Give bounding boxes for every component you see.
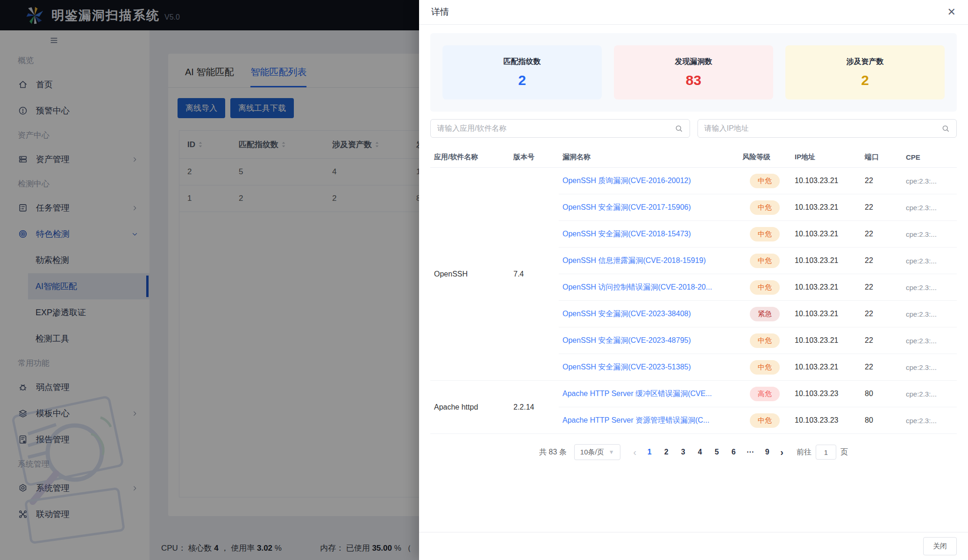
risk-badge: 紧急 <box>750 307 780 321</box>
page-number[interactable]: 6 <box>726 445 741 460</box>
page-number[interactable]: 4 <box>692 445 707 460</box>
ip-cell: 10.103.23.21 <box>791 248 861 274</box>
drawer-footer: 关闭 <box>419 532 968 560</box>
risk-cell: 高危 <box>739 381 791 407</box>
chevron-down-icon: ▼ <box>609 449 614 455</box>
risk-cell: 中危 <box>739 194 791 221</box>
stat-label: 匹配指纹数 <box>442 57 602 67</box>
detail-drawer: 详情 ✕ 匹配指纹数2发现漏洞数83涉及资产数2 应用/软件名称版本号漏洞名称风… <box>419 0 968 560</box>
vulnerability-link[interactable]: OpenSSH 安全漏洞(CVE-2018-15473) <box>562 230 691 238</box>
stats-panel: 匹配指纹数2发现漏洞数83涉及资产数2 <box>430 33 957 112</box>
table-row: Apache httpd2.2.14Apache HTTP Server 缓冲区… <box>430 381 957 407</box>
total-count: 共 83 条 <box>539 447 567 457</box>
ip-cell: 10.103.23.23 <box>791 407 861 434</box>
vulnerability-link[interactable]: OpenSSH 安全漏洞(CVE-2023-51385) <box>562 363 691 371</box>
cpe-cell: cpe:2.3:... <box>902 221 957 248</box>
vuln-name-cell: OpenSSH 安全漏洞(CVE-2017-15906) <box>559 194 739 221</box>
vuln-name-cell: Apache HTTP Server 缓冲区错误漏洞(CVE... <box>559 381 739 407</box>
drawer-header: 详情 ✕ <box>419 0 968 25</box>
version-cell: 7.4 <box>510 168 559 381</box>
vulnerability-link[interactable]: OpenSSH 访问控制错误漏洞(CVE-2018-20... <box>562 283 712 291</box>
risk-cell: 中危 <box>739 248 791 274</box>
column-header: 版本号 <box>510 147 559 168</box>
close-button[interactable]: 关闭 <box>923 537 957 555</box>
risk-cell: 紧急 <box>739 301 791 327</box>
search-icon[interactable] <box>675 124 683 133</box>
column-header: 漏洞名称 <box>559 147 739 168</box>
page-number[interactable]: ··· <box>743 445 758 460</box>
risk-cell: 中危 <box>739 274 791 301</box>
port-cell: 22 <box>861 168 902 194</box>
ip-cell: 10.103.23.23 <box>791 381 861 407</box>
prev-page-button[interactable]: ‹ <box>629 447 641 458</box>
app-name-search-input[interactable] <box>437 124 675 133</box>
table-row: OpenSSH7.4OpenSSH 质询漏洞(CVE-2016-20012)中危… <box>430 168 957 194</box>
page-number[interactable]: 1 <box>642 445 657 460</box>
vulnerability-link[interactable]: OpenSSH 安全漏洞(CVE-2017-15906) <box>562 203 691 211</box>
risk-badge: 中危 <box>750 200 780 215</box>
modal-backdrop[interactable] <box>0 0 419 560</box>
risk-badge: 中危 <box>750 280 780 295</box>
port-cell: 22 <box>861 274 902 301</box>
column-header: 风险等级 <box>739 147 791 168</box>
ip-cell: 10.103.23.21 <box>791 301 861 327</box>
vuln-name-cell: OpenSSH 安全漏洞(CVE-2023-51385) <box>559 354 739 381</box>
risk-cell: 中危 <box>739 168 791 194</box>
column-header: IP地址 <box>791 147 861 168</box>
cpe-cell: cpe:2.3:... <box>902 168 957 194</box>
risk-cell: 中危 <box>739 354 791 381</box>
ip-search <box>698 119 957 138</box>
stat-card: 发现漏洞数83 <box>614 45 773 99</box>
column-header: CPE <box>902 147 957 168</box>
app-name-cell: Apache httpd <box>430 381 510 434</box>
risk-badge: 中危 <box>750 360 780 375</box>
cpe-cell: cpe:2.3:... <box>902 407 957 434</box>
stat-card: 涉及资产数2 <box>785 45 945 99</box>
cpe-cell: cpe:2.3:... <box>902 194 957 221</box>
page-size-select[interactable]: 10条/页▼ <box>574 444 620 460</box>
vuln-name-cell: OpenSSH 安全漏洞(CVE-2023-38408) <box>559 301 739 327</box>
page-number[interactable]: 5 <box>709 445 724 460</box>
port-cell: 22 <box>861 221 902 248</box>
vulnerability-link[interactable]: OpenSSH 信息泄露漏洞(CVE-2018-15919) <box>562 256 706 264</box>
page-number[interactable]: 2 <box>659 445 674 460</box>
ip-cell: 10.103.23.21 <box>791 221 861 248</box>
search-icon[interactable] <box>941 124 950 133</box>
stat-card: 匹配指纹数2 <box>442 45 602 99</box>
page-number[interactable]: 3 <box>676 445 690 460</box>
page-number[interactable]: 9 <box>760 445 775 460</box>
drawer-title: 详情 <box>431 6 449 18</box>
vuln-name-cell: OpenSSH 信息泄露漏洞(CVE-2018-15919) <box>559 248 739 274</box>
ip-cell: 10.103.23.21 <box>791 327 861 354</box>
vulnerability-link[interactable]: OpenSSH 安全漏洞(CVE-2023-38408) <box>562 310 691 318</box>
ip-cell: 10.103.23.21 <box>791 168 861 194</box>
next-page-button[interactable]: › <box>776 447 788 458</box>
close-icon[interactable]: ✕ <box>947 7 956 17</box>
vulnerability-link[interactable]: OpenSSH 质询漏洞(CVE-2016-20012) <box>562 177 691 184</box>
vulnerability-link[interactable]: Apache HTTP Server 资源管理错误漏洞(C... <box>562 416 709 424</box>
goto-page: 前往页 <box>797 445 848 460</box>
cpe-cell: cpe:2.3:... <box>902 248 957 274</box>
cpe-cell: cpe:2.3:... <box>902 327 957 354</box>
stat-value: 83 <box>614 72 773 88</box>
ip-cell: 10.103.23.21 <box>791 194 861 221</box>
risk-cell: 中危 <box>739 327 791 354</box>
vulnerability-link[interactable]: Apache HTTP Server 缓冲区错误漏洞(CVE... <box>562 390 712 397</box>
ip-search-input[interactable] <box>705 124 942 133</box>
port-cell: 22 <box>861 354 902 381</box>
risk-badge: 中危 <box>750 174 780 188</box>
cpe-cell: cpe:2.3:... <box>902 274 957 301</box>
ip-cell: 10.103.23.21 <box>791 354 861 381</box>
risk-badge: 高危 <box>750 387 780 401</box>
vulnerability-link[interactable]: OpenSSH 安全漏洞(CVE-2023-48795) <box>562 336 691 344</box>
vuln-name-cell: OpenSSH 质询漏洞(CVE-2016-20012) <box>559 168 739 194</box>
cpe-cell: cpe:2.3:... <box>902 381 957 407</box>
stat-value: 2 <box>442 72 602 88</box>
goto-page-input[interactable] <box>816 445 836 460</box>
port-cell: 22 <box>861 194 902 221</box>
port-cell: 22 <box>861 248 902 274</box>
drawer-body: 匹配指纹数2发现漏洞数83涉及资产数2 应用/软件名称版本号漏洞名称风险等级IP… <box>419 25 968 460</box>
risk-badge: 中危 <box>750 227 780 241</box>
stat-label: 涉及资产数 <box>785 57 945 67</box>
stat-label: 发现漏洞数 <box>614 57 773 67</box>
